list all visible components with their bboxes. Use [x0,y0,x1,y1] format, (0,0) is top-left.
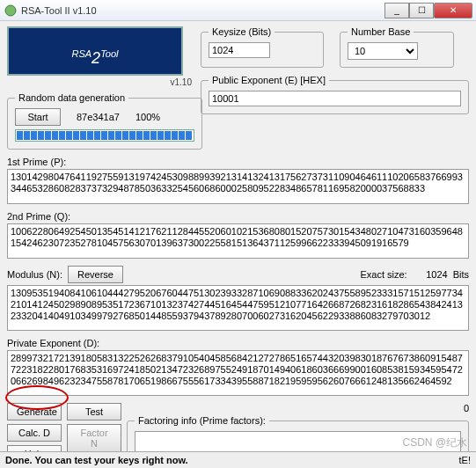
calcd-button[interactable]: Calc. D [7,424,62,442]
random-seed: 87e341a7 [77,112,120,122]
close-button[interactable]: ✕ [434,3,472,18]
numbase-group: Number Base 10 [340,26,454,68]
keysize-group: Keysize (Bits) [201,26,324,68]
generate-button[interactable]: Generate [7,403,62,420]
status-bar: Done. You can test your keys right now. … [0,451,476,468]
pubexp-group: Public Exponent (E) [HEX] [201,75,469,114]
modulus-label: Modulus (N): [7,269,62,280]
status-text: Done. You can test your keys right now. [5,455,188,465]
prime-q-label: 2nd Prime (Q): [7,211,469,222]
keysize-input[interactable] [209,42,270,58]
exact-size-value: 1024 [413,269,448,280]
random-legend: Random data generation [15,92,128,103]
window-buttons: _ ☐ ✕ [384,3,472,18]
factor-zero: 0 [127,403,469,413]
titlebar: RSA-Tool II v1.10 _ ☐ ✕ [0,0,476,21]
status-right: tE! [459,455,471,465]
progress-bar [15,129,194,142]
pubexp-input[interactable] [209,91,461,106]
maximize-button[interactable]: ☐ [409,3,434,18]
reverse-button[interactable]: Reverse [68,266,123,283]
prime-p-label: 1st Prime (P): [7,157,469,167]
privexp-label: Private Exponent (D): [7,338,469,348]
version-label: v1.10 [7,77,192,87]
app-logo: RSA2Tool [7,26,183,76]
window-title: RSA-Tool II v1.10 [21,5,384,16]
privexp-value[interactable]: 2899732172139180583132252626837910540458… [7,350,469,396]
factoring-legend: Factoring info (Prime factors): [135,415,269,426]
minimize-button[interactable]: _ [384,3,409,18]
exact-size-label: Exact size: [360,269,406,280]
numbase-legend: Number Base [348,26,414,37]
factorn-button[interactable]: Factor N [67,424,121,452]
prime-p-value[interactable]: 1301429804764119275591319742453098899392… [7,169,469,204]
start-button[interactable]: Start [15,108,61,126]
prime-q-value[interactable]: 1006228064925450135451412176211284455206… [7,223,469,259]
app-icon [4,4,18,18]
watermark: CSDN @纪水 [402,435,467,450]
pubexp-legend: Public Exponent (E) [HEX] [209,75,329,85]
keysize-legend: Keysize (Bits) [209,26,275,37]
modulus-value[interactable]: 1309535194084106104442795206760447513023… [7,285,469,331]
random-percent: 100% [135,112,160,122]
test-button[interactable]: Test [67,403,121,420]
numbase-select[interactable]: 10 [348,42,418,60]
bits-label: Bits [453,269,469,280]
svg-point-0 [5,5,16,16]
random-group: Random data generation Start 87e341a7 10… [7,92,202,150]
